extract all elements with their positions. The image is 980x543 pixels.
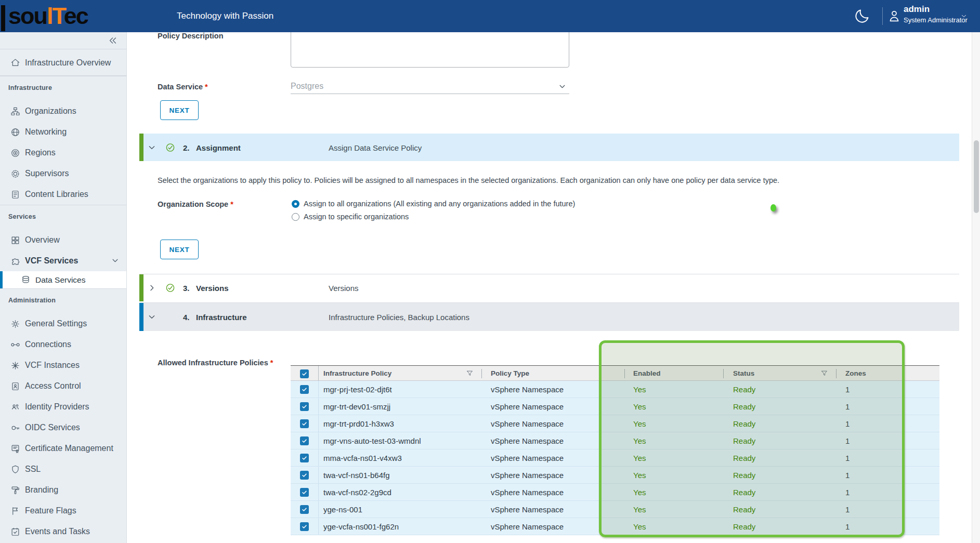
row-checkbox[interactable] [300, 436, 309, 445]
required-asterisk: * [205, 83, 208, 91]
sidebar-item-certificate-management[interactable]: Certificate Management [0, 438, 126, 459]
chevron-down-icon [148, 313, 156, 321]
regions-icon [10, 148, 20, 158]
filter-icon[interactable] [820, 369, 828, 377]
chevron-right-icon [148, 284, 156, 292]
cell-name: mgr-vns-auto-test-03-wmdnl [319, 436, 482, 445]
chevron-down-icon [558, 83, 566, 90]
sidebar-item-label: Connections [25, 340, 71, 349]
cell-name: yge-ns-001 [319, 505, 482, 514]
row-checkbox-cell [291, 381, 319, 398]
cell-name: mma-vcfa-ns01-v4xw3 [319, 454, 482, 462]
general-settings-icon [10, 319, 20, 329]
sidebar-item-branding[interactable]: Branding [0, 480, 126, 500]
step1-next-button[interactable]: NEXT [160, 100, 199, 120]
cell-name: yge-vcfa-ns001-fg62n [319, 522, 482, 531]
cell-zones: 1 [837, 402, 939, 411]
step4-header[interactable]: 4. Infrastructure Infrastructure Policie… [139, 302, 959, 331]
user-icon [887, 8, 901, 24]
row-checkbox[interactable] [300, 454, 309, 462]
user-menu-chevron-down-icon[interactable] [960, 13, 968, 19]
cell-status: Ready [724, 471, 837, 480]
table-row: mma-vcfa-ns01-v4xw3vSphere NamespaceYesR… [291, 449, 939, 467]
column-header-status[interactable]: Status [724, 366, 837, 381]
sidebar-item-regions[interactable]: Regions [0, 142, 126, 163]
column-header-policy-type[interactable]: Policy Type [482, 366, 625, 381]
table-row: mgr-prj-test-02-djt6tvSphere NamespaceYe… [291, 381, 939, 398]
sidebar-item-identity-providers[interactable]: Identity Providers [0, 396, 126, 417]
column-header-label: Zones [845, 369, 866, 377]
sidebar-item-ssl[interactable]: SSL [0, 459, 126, 480]
row-checkbox-cell [291, 398, 319, 415]
cell-status: Ready [724, 488, 837, 497]
column-header-enabled[interactable]: Enabled [625, 366, 724, 381]
cell-zones: 1 [837, 505, 939, 514]
data-service-select[interactable]: Postgres [291, 78, 569, 94]
data-service-value: Postgres [291, 82, 323, 90]
app-header: soulTec Technology with Passion admin Sy… [0, 0, 980, 32]
table-row: yge-vcfa-ns001-fg62nvSphere NamespaceYes… [291, 518, 939, 535]
sidebar-item-connections[interactable]: Connections [0, 334, 126, 355]
column-header-infrastructure-policy[interactable]: Infrastructure Policy [319, 366, 482, 381]
organizations-icon [10, 107, 20, 116]
row-checkbox[interactable] [300, 505, 309, 514]
cell-status: Ready [724, 402, 837, 411]
sidebar-item-general-settings[interactable]: General Settings [0, 313, 126, 334]
table-select-all-cell [291, 366, 319, 381]
cell-zones: 1 [837, 419, 939, 428]
sidebar-item-label: Feature Flags [25, 506, 76, 515]
row-checkbox[interactable] [300, 471, 309, 480]
step2-header[interactable]: 2. Assignment Assign Data Service Policy [139, 134, 959, 161]
sidebar-overview-row: Infrastructure Overview [0, 49, 126, 76]
sidebar-section-label-administration: Administration [0, 288, 126, 309]
header-tagline: Technology with Passion [177, 0, 273, 32]
sidebar-item-label: Organizations [25, 107, 76, 116]
sidebar-item-label: Data Services [35, 275, 85, 285]
radio-label: Assign to specific organizations [304, 213, 409, 221]
sidebar-item-data-services[interactable]: Data Services [0, 271, 126, 288]
row-checkbox[interactable] [300, 522, 309, 531]
sidebar-item-oidc-services[interactable]: OIDC Services [0, 417, 126, 438]
sidebar-collapse-icon[interactable] [108, 35, 118, 46]
row-checkbox[interactable] [300, 488, 309, 497]
sidebar-item-label: Branding [25, 485, 58, 495]
row-checkbox-cell [291, 415, 319, 432]
radio-label: Assign to all organizations (All existin… [304, 200, 575, 208]
radio-unselected-icon [292, 213, 299, 221]
sidebar-item-networking[interactable]: Networking [0, 122, 126, 142]
cell-enabled: Yes [625, 505, 724, 514]
sidebar-item-events-and-tasks[interactable]: Events and Tasks [0, 521, 126, 542]
sidebar-item-supervisors[interactable]: Supervisors [0, 163, 126, 184]
step-complete-icon [165, 283, 175, 293]
sidebar-item-vcf-services[interactable]: VCF Services [0, 250, 126, 271]
sidebar-item-access-control[interactable]: Access Control [0, 376, 126, 396]
cell-type: vSphere Namespace [482, 471, 625, 480]
cell-enabled: Yes [625, 471, 724, 480]
row-checkbox[interactable] [300, 419, 309, 428]
row-checkbox[interactable] [300, 385, 309, 394]
step2-next-button[interactable]: NEXT [160, 240, 199, 259]
supervisors-icon [10, 169, 20, 179]
dark-mode-toggle[interactable] [854, 8, 870, 24]
column-header-zones[interactable]: Zones [837, 366, 939, 381]
cell-status: Ready [724, 505, 837, 514]
select-all-checkbox[interactable] [300, 369, 309, 378]
step3-header[interactable]: 3. Versions Versions [139, 274, 959, 301]
sidebar-item-organizations[interactable]: Organizations [0, 101, 126, 122]
cell-enabled: Yes [625, 385, 724, 394]
scrollbar-thumb[interactable] [974, 140, 979, 213]
ssl-icon [10, 465, 20, 474]
allowed-infrastructure-policies-label: Allowed Infrastructure Policies* [158, 359, 273, 367]
radio-assign-specific-organizations[interactable]: Assign to specific organizations [292, 213, 409, 221]
radio-assign-all-organizations[interactable]: Assign to all organizations (All existin… [292, 200, 575, 208]
sidebar-item-label: Infrastructure Overview [25, 58, 111, 68]
infrastructure-policies-table: Infrastructure PolicyPolicy TypeEnabledS… [291, 365, 939, 535]
check-icon [302, 371, 307, 377]
sidebar-item-feature-flags[interactable]: Feature Flags [0, 500, 126, 521]
sidebar-item-overview[interactable]: Overview [0, 230, 126, 250]
sidebar-item-infrastructure-overview[interactable]: Infrastructure Overview [0, 49, 126, 76]
row-checkbox[interactable] [300, 402, 309, 411]
sidebar-item-content-libraries[interactable]: Content Libraries [0, 184, 126, 205]
filter-icon[interactable] [466, 369, 474, 377]
sidebar-item-vcf-instances[interactable]: VCF Instances [0, 355, 126, 376]
